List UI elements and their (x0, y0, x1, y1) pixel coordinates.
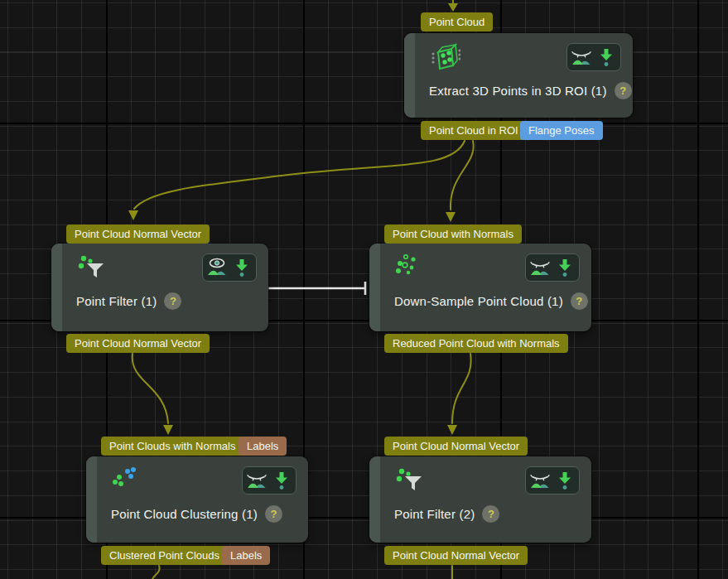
node-down-sample-point-cloud[interactable]: Down-Sample Point Cloud (1) ? (369, 244, 591, 331)
port-badge-pf2-input[interactable]: Point Cloud Normal Vector (384, 437, 528, 456)
port-badge-pf2-output[interactable]: Point Cloud Normal Vector (384, 546, 528, 565)
download-arrow-icon[interactable] (554, 257, 576, 278)
node-action-buttons (525, 466, 580, 495)
closed-eye-icon[interactable] (246, 470, 268, 491)
port-badge-downsample-output[interactable]: Reduced Point Cloud with Normals (384, 334, 568, 353)
port-badge-clustering-output[interactable]: Clustered Point Clouds (101, 546, 228, 565)
connection-wire[interactable] (134, 141, 465, 209)
node-title: Extract 3D Points in 3D ROI (1) (429, 84, 607, 98)
node-action-buttons (525, 253, 580, 282)
node-action-buttons (202, 253, 257, 282)
closed-eye-icon[interactable] (529, 470, 551, 491)
port-badge-downsample-input[interactable]: Point Cloud with Normals (384, 224, 522, 244)
node-title: Point Filter (2) (394, 507, 475, 521)
connection-wire[interactable] (452, 354, 471, 423)
port-badge-clustering-labels-in[interactable]: Labels (239, 437, 287, 456)
point-filter-icon (76, 253, 108, 284)
roi-cube-icon (429, 42, 460, 74)
node-action-buttons (566, 43, 621, 71)
download-arrow-icon[interactable] (231, 257, 253, 278)
node-point-filter-1[interactable]: Point Filter (1) ? (51, 244, 268, 331)
help-button[interactable]: ? (571, 292, 588, 310)
help-button[interactable]: ? (615, 82, 632, 99)
download-arrow-icon[interactable] (554, 470, 576, 491)
connection-wire[interactable] (451, 141, 474, 210)
help-button[interactable]: ? (482, 505, 499, 523)
node-title: Point Cloud Clustering (1) (111, 507, 258, 521)
help-button[interactable]: ? (265, 505, 282, 523)
closed-eye-icon[interactable] (529, 257, 551, 278)
port-badge-flange-poses[interactable]: Flange Poses (520, 121, 603, 140)
node-extract-3d-points-in-3d-roi[interactable]: Extract 3D Points in 3D ROI (1) ? (404, 33, 633, 118)
node-title: Down-Sample Point Cloud (1) (394, 294, 563, 308)
download-arrow-icon[interactable] (595, 46, 617, 68)
down-sample-icon (394, 253, 426, 284)
connection-wire[interactable] (133, 354, 168, 423)
node-point-filter-2[interactable]: Point Filter (2) ? (369, 456, 591, 543)
node-graph-canvas[interactable]: Point Cloud Point Cloud in ROI Flange Po… (0, 0, 728, 579)
port-badge-clustering-input[interactable]: Point Clouds with Normals (101, 437, 243, 456)
closed-eye-icon[interactable] (571, 46, 592, 68)
node-action-buttons (242, 466, 297, 495)
clustering-icon (111, 466, 142, 497)
help-button[interactable]: ? (164, 292, 181, 310)
download-arrow-icon[interactable] (271, 470, 292, 491)
open-eye-icon[interactable] (206, 257, 228, 278)
port-badge-point-cloud[interactable]: Point Cloud (421, 12, 493, 31)
pending-connection-wire[interactable] (268, 282, 365, 295)
port-badge-point-cloud-in-roi[interactable]: Point Cloud in ROI (421, 121, 527, 140)
node-title: Point Filter (1) (76, 294, 157, 308)
port-badge-pf1-output[interactable]: Point Cloud Normal Vector (66, 334, 210, 353)
port-badge-clustering-labels-out[interactable]: Labels (222, 546, 270, 565)
point-filter-icon (394, 466, 426, 497)
node-point-cloud-clustering[interactable]: Point Cloud Clustering (1) ? (86, 456, 308, 543)
connection-wire[interactable] (152, 566, 160, 579)
port-badge-pf1-input[interactable]: Point Cloud Normal Vector (66, 224, 210, 244)
